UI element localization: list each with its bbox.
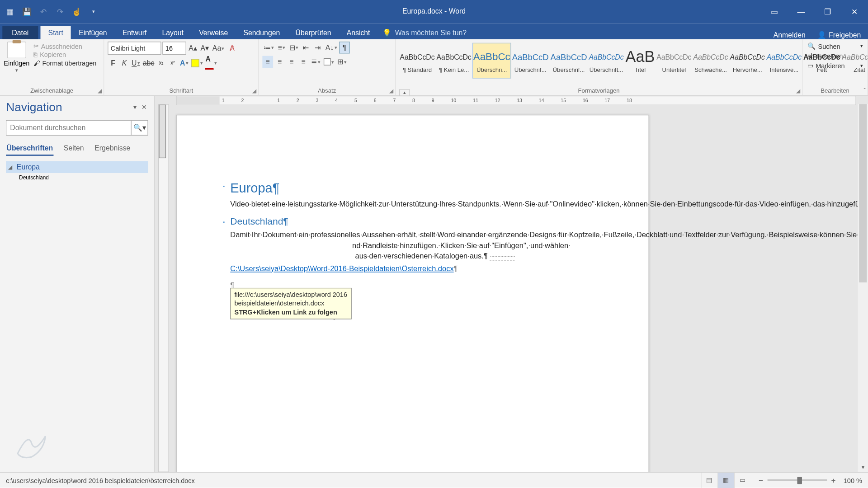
collapse-ribbon-icon[interactable]: ˆ — [863, 87, 865, 94]
nav-dropdown-icon[interactable]: ▾ — [132, 102, 138, 112]
maximize-button[interactable]: ❐ — [815, 0, 841, 23]
style-item[interactable]: AаBTitel — [625, 43, 655, 79]
sort-button[interactable]: A↓ — [324, 42, 338, 53]
style-item[interactable]: AaBbCcDcSchwache... — [693, 43, 729, 79]
style-item[interactable]: AaBbCcDcÜberschrift... — [588, 43, 624, 79]
tab-mailings[interactable]: Sendungen — [236, 26, 288, 39]
style-item[interactable]: AaBbCcDc¶ Standard — [399, 43, 435, 79]
signin-link[interactable]: Anmelden — [774, 31, 806, 39]
ruler-vertical[interactable] — [158, 104, 169, 472]
text-effects-button[interactable]: A — [179, 57, 189, 69]
zoom-in-button[interactable]: + — [829, 476, 837, 485]
qat-customize-icon[interactable]: ▾ — [87, 5, 100, 18]
paragraph-1[interactable]: Video·bietet·eine·leistungsstarke·Möglic… — [230, 199, 595, 210]
format-painter-button[interactable]: 🖌Format übertragen — [32, 59, 98, 67]
bold-button[interactable]: F — [108, 57, 118, 69]
style-item[interactable]: AaBbCcDcHervorhe... — [729, 43, 765, 79]
dialog-launcher-icon[interactable]: ◢ — [252, 88, 256, 94]
increase-indent-button[interactable]: ⇥ — [312, 42, 323, 53]
superscript-button[interactable]: x² — [167, 57, 178, 69]
nav-item-europa[interactable]: ◢Europa — [6, 161, 148, 173]
multilevel-button[interactable]: ⊟ — [288, 42, 299, 53]
search-icon[interactable]: 🔍▾ — [131, 121, 148, 135]
view-web-button[interactable]: ▭ — [734, 473, 751, 488]
replace-button[interactable]: abErsetzen — [806, 52, 864, 60]
copy-button[interactable]: ⎘Kopieren — [32, 51, 98, 59]
touch-mode-icon[interactable]: ☝ — [70, 5, 83, 18]
shrink-font-button[interactable]: A▾ — [199, 42, 210, 54]
align-right-button[interactable]: ≡ — [286, 56, 297, 68]
nav-close-icon[interactable]: ✕ — [141, 102, 148, 112]
save-icon[interactable]: 💾 — [20, 5, 33, 18]
italic-button[interactable]: K — [119, 57, 130, 69]
redo-icon[interactable]: ↷ — [53, 5, 66, 18]
tell-me[interactable]: 💡Was möchten Sie tun? — [378, 26, 472, 39]
align-center-button[interactable]: ≡ — [274, 56, 285, 68]
tab-references[interactable]: Verweise — [191, 26, 236, 39]
share-button[interactable]: 👤Freigeben — [817, 31, 861, 39]
show-marks-button[interactable]: ¶ — [339, 42, 350, 53]
collapse-icon[interactable]: ◢ — [8, 164, 14, 170]
view-read-button[interactable]: ▤ — [701, 473, 717, 488]
minimize-button[interactable]: — — [788, 0, 814, 23]
justify-button[interactable]: ≡ — [298, 56, 309, 68]
subscript-button[interactable]: x₂ — [156, 57, 167, 69]
zoom-slider-handle[interactable] — [797, 477, 802, 484]
font-color-button[interactable]: A — [204, 57, 218, 69]
ribbon-display-icon[interactable]: ▭ — [761, 0, 788, 23]
style-item[interactable]: AaBbCcDc¶ Kein Le... — [436, 43, 472, 79]
close-button[interactable]: ✕ — [841, 0, 868, 23]
decrease-indent-button[interactable]: ⇤ — [301, 42, 311, 53]
tab-home[interactable]: Start — [41, 26, 71, 39]
hyperlink[interactable]: C:\Users\seiya\Desktop\Word-2016-Beispie… — [230, 264, 453, 272]
tab-review[interactable]: Überprüfen — [288, 26, 339, 39]
numbering-button[interactable]: ≡ — [276, 42, 287, 53]
change-case-button[interactable]: Aa — [211, 42, 225, 54]
find-button[interactable]: 🔍Suchen▾ — [806, 42, 864, 51]
font-name-input[interactable] — [108, 42, 161, 55]
heading-deutschland[interactable]: Deutschland¶ — [230, 216, 595, 227]
font-size-input[interactable] — [162, 42, 186, 55]
view-print-button[interactable]: ▦ — [717, 473, 734, 488]
nav-search[interactable]: 🔍▾ — [6, 120, 148, 136]
nav-tab-headings[interactable]: Überschriften — [6, 141, 53, 156]
tab-layout[interactable]: Layout — [154, 26, 191, 39]
tab-view[interactable]: Ansicht — [339, 26, 378, 39]
nav-tab-results[interactable]: Ergebnisse — [94, 141, 131, 156]
dialog-launcher-icon[interactable]: ◢ — [796, 88, 800, 94]
select-button[interactable]: ▭Markieren▾ — [806, 61, 864, 70]
zoom-slider[interactable] — [767, 479, 827, 481]
paste-button[interactable]: Einfügen ▾ — [4, 42, 30, 73]
tab-file[interactable]: Datei — [2, 26, 38, 39]
line-spacing-button[interactable]: ≣ — [310, 56, 321, 68]
zoom-out-button[interactable]: − — [757, 476, 765, 485]
style-item[interactable]: AaBbCcDcIntensive... — [766, 43, 802, 79]
style-item[interactable]: AaBbCcDcUntertitel — [656, 43, 692, 79]
style-item[interactable]: AaBbCcDÜberschrif... — [511, 43, 549, 79]
undo-icon[interactable]: ↶ — [37, 5, 50, 18]
style-item[interactable]: AaBbCcÜberschri... — [472, 43, 511, 79]
dialog-launcher-icon[interactable]: ◢ — [98, 88, 102, 94]
nav-tab-pages[interactable]: Seiten — [63, 141, 85, 156]
paragraph-2[interactable]: Damit·Ihr·Dokument·ein·professionelles·A… — [230, 230, 595, 262]
heading-europa[interactable]: Europa¶ — [230, 181, 595, 196]
cut-button[interactable]: ✂Ausschneiden — [32, 42, 98, 51]
zoom-level[interactable]: 100 % — [844, 477, 862, 484]
scrollbar-thumb[interactable] — [859, 104, 867, 282]
shading-button[interactable] — [322, 56, 335, 68]
nav-item-deutschland[interactable]: Deutschland — [6, 173, 148, 183]
scroll-down-icon[interactable]: ▾ — [858, 462, 868, 472]
bullets-button[interactable]: ≔ — [262, 42, 275, 53]
grow-font-button[interactable]: A▴ — [188, 42, 198, 54]
scrollbar-vertical[interactable]: ▴ ▾ — [858, 104, 868, 472]
highlight-button[interactable] — [190, 57, 203, 69]
document-page[interactable]: Europa¶ Video·bietet·eine·leistungsstark… — [176, 115, 649, 472]
align-left-button[interactable]: ≡ — [262, 56, 273, 68]
dialog-launcher-icon[interactable]: ◢ — [389, 88, 393, 94]
underline-button[interactable]: U — [130, 57, 141, 69]
nav-search-input[interactable] — [6, 121, 131, 135]
tab-design[interactable]: Entwurf — [115, 26, 155, 39]
ruler-horizontal[interactable]: 12123456789101112131415161718 — [176, 96, 856, 105]
style-item[interactable]: AaBbCcDÜberschrif... — [550, 43, 588, 79]
tab-insert[interactable]: Einfügen — [71, 26, 115, 39]
